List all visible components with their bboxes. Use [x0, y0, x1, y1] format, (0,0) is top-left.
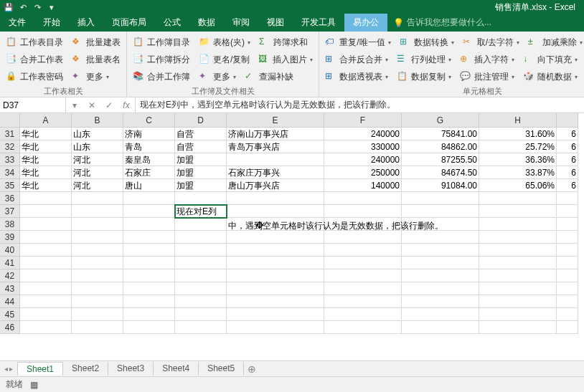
- cell[interactable]: 华北: [20, 140, 72, 153]
- cell[interactable]: 华北: [20, 128, 72, 140]
- cmd-dup-unique[interactable]: 🏷重复/唯一值▾: [324, 34, 392, 50]
- cell[interactable]: [123, 295, 175, 308]
- row-header[interactable]: 41: [0, 257, 20, 269]
- cell[interactable]: [227, 269, 324, 282]
- sheet-tab-sheet2[interactable]: Sheet2: [62, 362, 108, 376]
- name-box[interactable]: D37: [0, 97, 66, 113]
- sheet-first-icon[interactable]: ◂: [4, 365, 8, 373]
- cell[interactable]: [402, 257, 479, 269]
- add-sheet-button[interactable]: ⊕: [243, 363, 260, 375]
- cell[interactable]: 华北: [20, 153, 72, 166]
- tab-pagelayout[interactable]: 页面布局: [103, 14, 155, 32]
- cell[interactable]: [72, 321, 123, 334]
- cmd-insert-chars[interactable]: ⊕插入字符▾: [458, 52, 516, 67]
- cell[interactable]: [175, 192, 227, 205]
- cell[interactable]: [123, 321, 175, 334]
- cell[interactable]: [175, 308, 227, 321]
- row-header[interactable]: 38: [0, 218, 20, 231]
- cell[interactable]: 华北: [20, 179, 72, 192]
- tab-review[interactable]: 审阅: [224, 14, 258, 32]
- row-header[interactable]: 32: [0, 140, 20, 153]
- tab-formulas[interactable]: 公式: [155, 14, 189, 32]
- namebox-dropdown[interactable]: ▾: [66, 97, 83, 113]
- cell[interactable]: 140000: [324, 179, 402, 192]
- cell[interactable]: [20, 282, 72, 295]
- save-icon[interactable]: 💾: [3, 1, 14, 13]
- cell[interactable]: [20, 269, 72, 282]
- cell[interactable]: 加盟: [175, 153, 227, 166]
- cell[interactable]: [123, 257, 175, 269]
- cell[interactable]: [324, 218, 402, 231]
- cell[interactable]: [175, 231, 227, 244]
- fx-icon[interactable]: fx: [118, 97, 135, 113]
- cell[interactable]: [227, 282, 324, 295]
- cell[interactable]: [479, 257, 557, 269]
- cell[interactable]: 240000: [324, 153, 402, 166]
- cell[interactable]: 240000: [324, 128, 402, 140]
- row-header[interactable]: 46: [0, 321, 20, 334]
- cell[interactable]: [72, 257, 123, 269]
- column-header-F[interactable]: F: [324, 113, 402, 128]
- column-header-C[interactable]: C: [123, 113, 175, 128]
- cell[interactable]: 33.87%: [479, 166, 557, 179]
- cell[interactable]: 现在对E列: [175, 205, 227, 218]
- cmd-more-2[interactable]: ✦更多▾: [197, 69, 237, 85]
- cell[interactable]: [20, 218, 72, 231]
- cell[interactable]: [20, 192, 72, 205]
- redo-icon[interactable]: ↷: [32, 1, 43, 13]
- row-header[interactable]: 45: [0, 308, 20, 321]
- cell[interactable]: 84674.50: [402, 166, 479, 179]
- cell[interactable]: [175, 321, 227, 334]
- cell[interactable]: [175, 218, 227, 231]
- cell[interactable]: [227, 244, 324, 257]
- row-header[interactable]: 31: [0, 128, 20, 140]
- cell[interactable]: [175, 244, 227, 257]
- cell[interactable]: [20, 257, 72, 269]
- column-header-H[interactable]: H: [479, 113, 557, 128]
- cell[interactable]: [227, 218, 324, 231]
- cell[interactable]: 加盟: [175, 166, 227, 179]
- cell[interactable]: 84862.00: [402, 140, 479, 153]
- cell[interactable]: 河北: [72, 179, 123, 192]
- row-header[interactable]: 44: [0, 295, 20, 308]
- cmd-table-folder[interactable]: 📁表格(夹)▾: [197, 34, 252, 50]
- tab-insert[interactable]: 插入: [69, 14, 103, 32]
- cell[interactable]: [479, 295, 557, 308]
- cell[interactable]: 石家庄万事兴: [227, 166, 324, 179]
- cell[interactable]: [20, 244, 72, 257]
- row-header[interactable]: 37: [0, 205, 20, 218]
- cmd-merge-unmerge[interactable]: ⊞合并反合并▾: [324, 52, 390, 67]
- select-all-corner[interactable]: [0, 113, 20, 128]
- sheet-last-icon[interactable]: ▸: [9, 365, 13, 373]
- cell[interactable]: [402, 192, 479, 205]
- cell[interactable]: [324, 321, 402, 334]
- cell[interactable]: [72, 295, 123, 308]
- tab-home[interactable]: 开始: [34, 14, 69, 32]
- cell[interactable]: 河北: [72, 153, 123, 166]
- cell[interactable]: [479, 192, 557, 205]
- cell[interactable]: [175, 282, 227, 295]
- cmd-cross-sum[interactable]: Σ跨簿求和: [258, 34, 309, 50]
- cell[interactable]: [402, 244, 479, 257]
- cell[interactable]: 唐山: [123, 179, 175, 192]
- cell[interactable]: [72, 231, 123, 244]
- tab-file[interactable]: 文件: [0, 14, 34, 32]
- cell[interactable]: [20, 205, 72, 218]
- cmd-rename-copy[interactable]: 📄更名/复制: [197, 52, 251, 67]
- qat-more-icon[interactable]: ▾: [46, 1, 57, 13]
- cmd-random[interactable]: 🎲随机数据▾: [522, 69, 579, 85]
- cmd-comment-mgr[interactable]: 💬批注管理▾: [458, 69, 516, 85]
- cell[interactable]: [479, 308, 557, 321]
- cell[interactable]: 91084.00: [402, 179, 479, 192]
- cell[interactable]: 31.60%: [479, 128, 557, 140]
- sheet-tab-sheet3[interactable]: Sheet3: [108, 362, 154, 376]
- cell[interactable]: [479, 244, 557, 257]
- tell-me-search[interactable]: 💡 告诉我您想要做什么...: [387, 14, 497, 32]
- cell[interactable]: [402, 321, 479, 334]
- cell[interactable]: 秦皇岛: [123, 153, 175, 166]
- cmd-fill-down[interactable]: ↓向下填充▾: [522, 52, 579, 67]
- cell[interactable]: [175, 257, 227, 269]
- tab-view[interactable]: 视图: [258, 14, 293, 32]
- cell[interactable]: [227, 257, 324, 269]
- row-header[interactable]: 43: [0, 282, 20, 295]
